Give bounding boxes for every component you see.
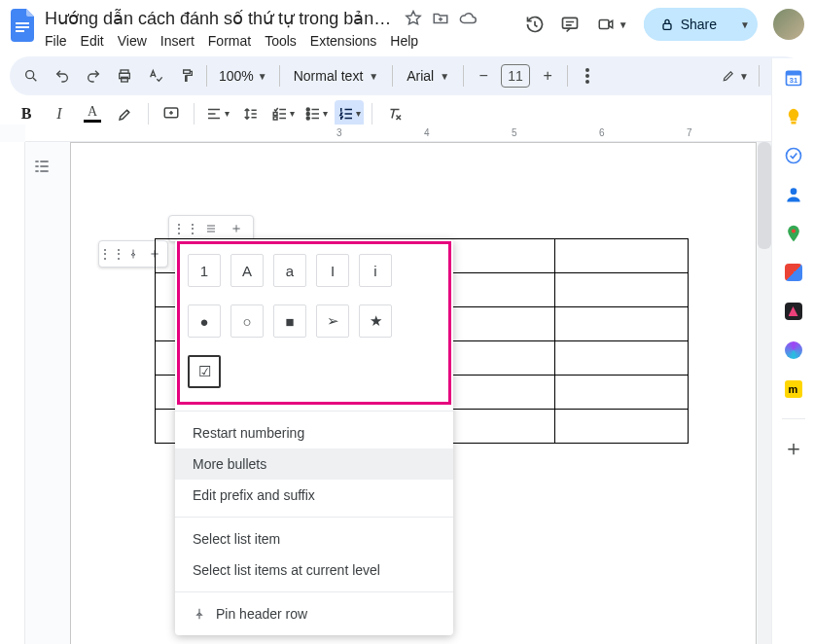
editing-mode-icon[interactable]: ▼ (722, 62, 749, 89)
meet-button[interactable]: ▼ (595, 16, 628, 33)
menu-file[interactable]: File (45, 33, 67, 49)
move-icon[interactable] (432, 10, 449, 27)
bullet-preset-star[interactable]: ★ (359, 304, 392, 338)
svg-point-11 (585, 74, 589, 78)
align-button[interactable]: ▾ (202, 100, 231, 127)
tasks-app-icon[interactable] (784, 146, 803, 165)
list-preset-lower-roman[interactable]: i (359, 254, 392, 287)
undo-icon[interactable] (49, 62, 76, 89)
menu-edit-prefix-suffix[interactable]: Edit prefix and suffix (175, 480, 453, 511)
menu-select-list-level[interactable]: Select list items at current level (175, 555, 453, 586)
drag-col-icon[interactable]: ⋮⋮ (177, 220, 195, 237)
bulleted-list-button[interactable]: ▾ (301, 100, 331, 127)
comments-icon[interactable] (560, 15, 580, 34)
list-presets-highlight: 1 A a I i ● ○ ■ ➢ ★ ☑ (177, 241, 451, 405)
italic-button[interactable]: I (45, 100, 74, 127)
menu-help[interactable]: Help (390, 33, 418, 49)
menu-tools[interactable]: Tools (265, 33, 297, 49)
vertical-ruler[interactable] (0, 142, 25, 644)
menu-bar: File Edit View Insert Format Tools Exten… (45, 33, 525, 49)
svg-point-17 (306, 112, 309, 115)
redo-icon[interactable] (80, 62, 107, 89)
font-size-decrease[interactable]: − (470, 62, 497, 89)
list-preset-lower-a[interactable]: a (273, 254, 306, 287)
paragraph-style-select[interactable]: Normal text▼ (286, 68, 386, 84)
paint-format-icon[interactable] (173, 62, 200, 89)
svg-rect-3 (562, 18, 577, 28)
bold-button[interactable]: B (12, 100, 41, 127)
share-dropdown[interactable]: ▼ (732, 8, 758, 41)
share-button[interactable]: Share (644, 9, 732, 40)
show-outline-icon[interactable] (27, 152, 56, 181)
addon-app-icon-1[interactable] (784, 263, 803, 282)
addon-app-icon-4[interactable]: m (784, 379, 803, 399)
docs-logo[interactable] (10, 8, 37, 43)
menu-pin-header-row[interactable]: Pin header row (175, 598, 453, 629)
line-spacing-button[interactable] (235, 100, 265, 127)
history-icon[interactable] (525, 15, 545, 34)
list-preset-upper-roman[interactable]: I (316, 254, 349, 287)
vertical-scrollbar[interactable] (758, 142, 771, 644)
zoom-select[interactable]: 100%▼ (213, 68, 273, 84)
svg-point-12 (585, 80, 589, 84)
more-toolbar-icon[interactable] (574, 62, 601, 89)
calendar-app-icon[interactable]: 31 (784, 68, 803, 88)
bullet-preset-disc[interactable]: ● (188, 304, 221, 338)
clear-formatting-button[interactable] (380, 100, 409, 127)
bullet-preset-checkbox[interactable]: ☑ (188, 355, 221, 388)
contacts-app-icon[interactable] (784, 185, 803, 204)
menu-more-bullets[interactable]: More bullets (175, 448, 453, 480)
print-icon[interactable] (111, 62, 138, 89)
account-avatar[interactable] (773, 9, 804, 40)
star-icon[interactable] (405, 10, 422, 27)
main-toolbar: 100%▼ Normal text▼ Arial▼ − 11 + ▼ (10, 56, 804, 95)
svg-rect-1 (16, 26, 29, 28)
insert-comment-button[interactable] (157, 100, 186, 127)
menu-edit[interactable]: Edit (81, 33, 104, 49)
title-block: Hướng dẫn cách đánh số thứ tự trong bảng… (45, 8, 525, 49)
svg-point-6 (26, 71, 34, 79)
menu-select-list-item[interactable]: Select list item (175, 523, 453, 555)
bullet-preset-arrow[interactable]: ➢ (316, 304, 349, 338)
cloud-status-icon[interactable] (459, 10, 477, 27)
svg-rect-14 (273, 112, 277, 115)
pin-row-icon[interactable] (124, 245, 142, 263)
distribute-cols-icon[interactable] (202, 220, 220, 237)
keep-app-icon[interactable] (784, 107, 803, 126)
get-addons-icon[interactable]: ＋ (784, 439, 803, 458)
list-preset-1[interactable]: 1 (188, 254, 221, 287)
svg-point-25 (791, 229, 795, 233)
font-family-select[interactable]: Arial▼ (399, 68, 457, 84)
addon-app-icon-3[interactable] (784, 340, 803, 360)
menu-insert[interactable]: Insert (160, 33, 195, 49)
svg-point-10 (585, 68, 589, 72)
menu-view[interactable]: View (118, 33, 147, 49)
app-header: Hướng dẫn cách đánh số thứ tự trong bảng… (0, 0, 814, 56)
svg-point-18 (306, 117, 309, 120)
svg-point-16 (306, 108, 309, 111)
svg-rect-2 (16, 30, 24, 32)
add-col-icon[interactable]: ＋ (228, 220, 245, 237)
svg-point-23 (786, 149, 800, 163)
search-menus-icon[interactable] (18, 62, 45, 89)
svg-rect-5 (663, 23, 671, 29)
menu-extensions[interactable]: Extensions (310, 33, 376, 49)
font-size-input[interactable]: 11 (501, 64, 530, 88)
checklist-button[interactable]: ▾ (268, 100, 298, 127)
text-color-button[interactable]: A (78, 100, 107, 127)
addon-app-icon-2[interactable] (784, 302, 803, 321)
numbered-list-button[interactable]: ▾ (335, 100, 364, 127)
highlight-color-button[interactable] (111, 100, 140, 127)
spellcheck-icon[interactable] (142, 62, 169, 89)
menu-format[interactable]: Format (208, 33, 251, 49)
menu-restart-numbering[interactable]: Restart numbering (175, 417, 453, 448)
maps-app-icon[interactable] (784, 224, 803, 243)
bullet-preset-square[interactable]: ■ (273, 304, 306, 338)
list-preset-upper-a[interactable]: A (230, 254, 264, 287)
document-title[interactable]: Hướng dẫn cách đánh số thứ tự trong bảng… (45, 8, 395, 29)
horizontal-ruler[interactable]: 3 4 5 6 7 (25, 125, 771, 142)
font-size-increase[interactable]: + (534, 62, 561, 89)
list-options-popup: 1 A a I i ● ○ ■ ➢ ★ ☑ Restart numbering … (175, 239, 453, 635)
drag-handle-icon[interactable]: ⋮⋮ (103, 245, 121, 263)
bullet-preset-circle[interactable]: ○ (230, 304, 264, 338)
